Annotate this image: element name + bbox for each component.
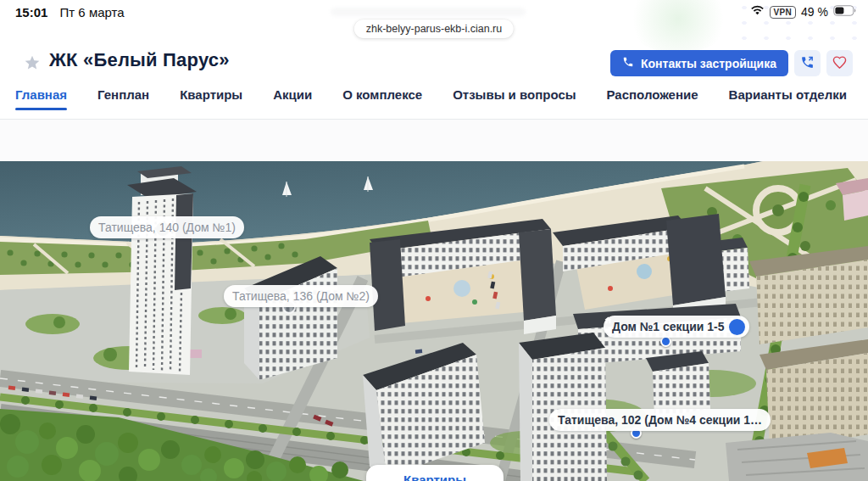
map-label-tatishcheva-136[interactable]: Татищева, 136 (Дом №2) [224, 285, 378, 307]
clock-date: Пт 6 марта [60, 5, 125, 20]
battery-percent: 49 % [801, 5, 828, 19]
phone-icon [622, 56, 634, 70]
vpn-badge: VPN [770, 6, 796, 19]
favorite-star-icon[interactable] [24, 54, 41, 71]
site-map-render[interactable]: Татищева, 140 (Дом №1) Татищева, 136 (До… [0, 161, 868, 481]
map-label-text: Татищева, 136 (Дом №2) [232, 289, 370, 303]
house-in-circle-icon [729, 319, 745, 335]
battery-icon [833, 4, 856, 20]
browser-url-pill[interactable]: zhk-belyy-parus-ekb-i.cian.ru [354, 20, 514, 38]
map-label-tatishcheva-140[interactable]: Татищева, 140 (Дом №1) [90, 216, 244, 238]
map-bottom-action-label: Квартиры [403, 473, 466, 481]
section-tabs: Главная Генплан Квартиры Акции О комплек… [15, 87, 868, 115]
tab-otzyvy-i-voprosy[interactable]: Отзывы и вопросы [453, 87, 576, 115]
faded-smudge [331, 8, 526, 16]
map-label-dom1-sections[interactable]: Дом №1 секции 1-5 [604, 316, 749, 338]
site-header: ЖК «Белый Парус» Контакты застройщика [0, 49, 868, 80]
building-right-small [646, 351, 710, 417]
page: 15:01 Пт 6 марта VPN 49 % zhk-belyy-paru… [0, 0, 868, 481]
faded-watermark [623, 0, 733, 53]
tab-o-komplekse[interactable]: О комплексе [342, 87, 422, 115]
map-bottom-action-card[interactable]: Квартиры [366, 465, 504, 481]
tab-genplan[interactable]: Генплан [97, 87, 149, 115]
map-label-text: Дом №1 секции 1-5 [612, 318, 725, 335]
clock-time: 15:01 [15, 5, 47, 20]
map-label-text: Татищева, 140 (Дом №1) [98, 221, 236, 234]
wifi-icon [750, 4, 765, 20]
heart-icon [832, 55, 847, 72]
callback-phone-icon [800, 55, 815, 72]
developer-contacts-label: Контакты застройщика [641, 57, 776, 70]
building-courtyard-center [370, 219, 556, 334]
tab-varianty-otdelki[interactable]: Варианты отделки [729, 87, 847, 115]
developer-contacts-button[interactable]: Контакты застройщика [610, 50, 788, 76]
tab-akcii[interactable]: Акции [273, 87, 312, 115]
building-tower-tatishcheva-102 [519, 333, 607, 481]
tab-kvartiry[interactable]: Квартиры [180, 87, 242, 115]
tab-glavnaya[interactable]: Главная [15, 87, 67, 115]
map-label-tatishcheva-102[interactable]: Татищева, 102 (Дом №4 секции 1… [549, 409, 771, 431]
pre-map-band [0, 120, 868, 161]
building-tower-tatishcheva-140 [127, 166, 197, 375]
favorite-heart-button[interactable] [826, 50, 853, 76]
tab-raspolozhenie[interactable]: Расположение [607, 87, 698, 115]
callback-button[interactable] [794, 50, 821, 76]
page-title: ЖК «Белый Парус» [49, 49, 230, 71]
map-label-text: Татищева, 102 (Дом №4 секции 1… [558, 413, 762, 427]
